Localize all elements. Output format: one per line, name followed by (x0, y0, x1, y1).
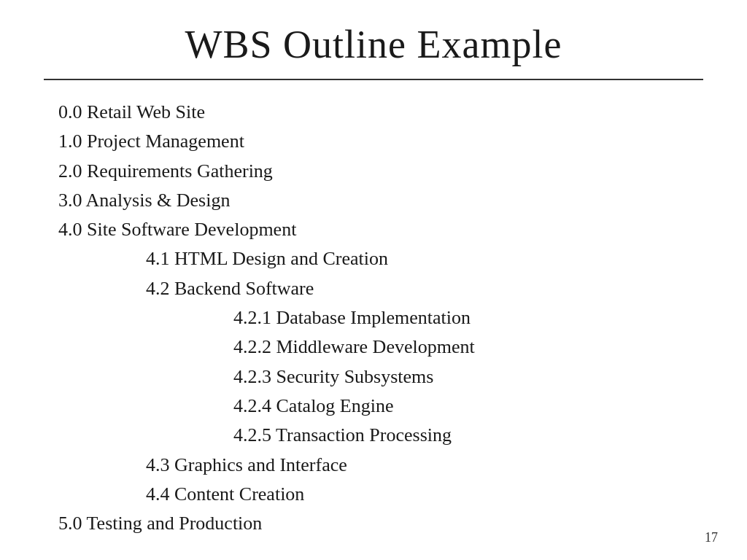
outline-item: 4.2.3 Security Subsystems (233, 362, 703, 392)
outline-item: 4.3 Graphics and Interface (146, 451, 703, 480)
slide: WBS Outline Example 0.0 Retail Web Site1… (0, 0, 747, 560)
outline-item: 4.1 HTML Design and Creation (146, 244, 703, 273)
outline-item: 5.0 Testing and Production (58, 509, 703, 538)
title-section: WBS Outline Example (44, 22, 703, 80)
outline-item: 4.2 Backend Software (146, 274, 703, 303)
page-number: 17 (705, 530, 718, 545)
content-area: 0.0 Retail Web Site1.0 Project Managemen… (44, 98, 703, 538)
outline-item: 4.2.4 Catalog Engine (233, 392, 703, 421)
outline-item: 3.0 Analysis & Design (58, 186, 703, 215)
slide-title: WBS Outline Example (44, 22, 703, 67)
outline-item: 4.4 Content Creation (146, 480, 703, 509)
outline-item: 1.0 Project Management (58, 127, 703, 156)
outline-item: 2.0 Requirements Gathering (58, 157, 703, 186)
outline-item: 4.2.2 Middleware Development (233, 332, 703, 362)
outline-item: 4.2.5 Transaction Processing (233, 421, 703, 450)
outline-item: 4.0 Site Software Development (58, 215, 703, 244)
outline-item: 0.0 Retail Web Site (58, 98, 703, 127)
outline-item: 4.2.1 Database Implementation (233, 303, 703, 332)
